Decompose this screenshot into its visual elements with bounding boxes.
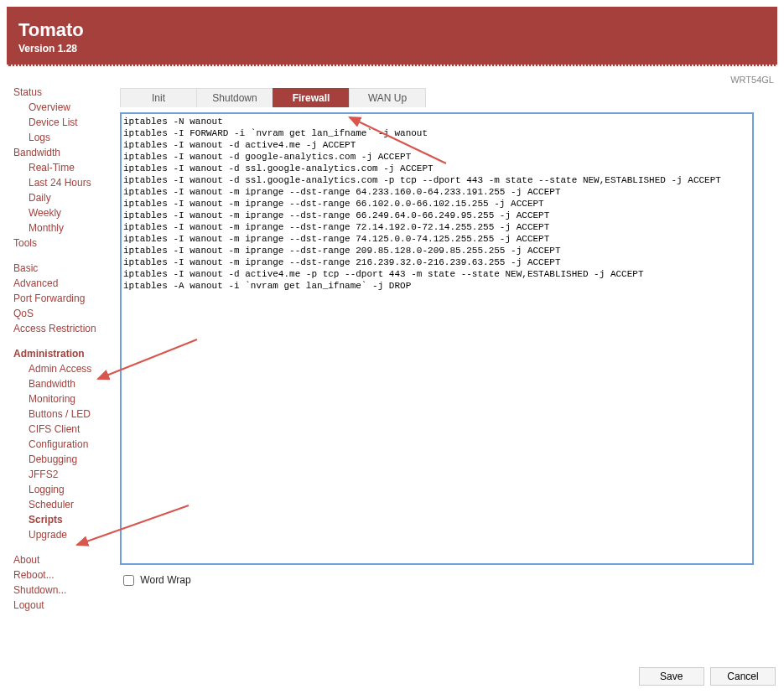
tab-wan-up[interactable]: WAN Up [349,88,426,107]
nav-real-time[interactable]: Real-Time [13,160,117,175]
nav-access-restriction[interactable]: Access Restriction [13,321,117,336]
nav-scripts[interactable]: Scripts [13,512,117,527]
nav-reboot-[interactable]: Reboot... [13,567,117,583]
nav-overview[interactable]: Overview [13,100,117,115]
tab-firewall[interactable]: Firewall [273,88,350,107]
cancel-button[interactable]: Cancel [710,667,776,686]
nav-bandwidth-monitoring[interactable]: Bandwidth Monitoring [13,376,117,407]
nav-shutdown-[interactable]: Shutdown... [13,583,117,598]
nav-buttons-led[interactable]: Buttons / LED [13,407,117,422]
nav-configuration[interactable]: Configuration [13,437,117,452]
tab-shutdown[interactable]: Shutdown [196,88,273,107]
header: Tomato Version 1.28 [7,7,777,66]
nav-monthly[interactable]: Monthly [13,220,117,236]
nav-logging[interactable]: Logging [13,482,117,497]
nav-status[interactable]: Status [13,85,117,100]
nav-port-forwarding[interactable]: Port Forwarding [13,291,117,306]
app-title: Tomato [18,19,766,41]
app-version: Version 1.28 [18,43,766,54]
nav-logout[interactable]: Logout [13,598,117,613]
nav-about[interactable]: About [13,552,117,567]
nav-admin-access[interactable]: Admin Access [13,361,117,376]
footer-buttons: Save Cancel [636,667,776,686]
nav-basic[interactable]: Basic [13,261,117,276]
save-button[interactable]: Save [639,667,704,686]
tab-init[interactable]: Init [120,88,197,107]
nav-qos[interactable]: QoS [13,306,117,321]
nav-cifs-client[interactable]: CIFS Client [13,422,117,437]
nav-bandwidth[interactable]: Bandwidth [13,145,117,160]
script-textarea[interactable] [120,112,754,565]
nav-debugging[interactable]: Debugging [13,452,117,467]
nav-advanced[interactable]: Advanced [13,276,117,291]
wordwrap-label-wrap[interactable]: Word Wrap [120,574,191,586]
wordwrap-checkbox[interactable] [123,575,134,586]
tab-bar: InitShutdownFirewallWAN Up [120,88,777,107]
nav-scheduler[interactable]: Scheduler [13,497,117,512]
model-label: WRT54GL [120,73,777,88]
nav-logs[interactable]: Logs [13,130,117,145]
nav-weekly[interactable]: Weekly [13,205,117,220]
nav-last-24-hours[interactable]: Last 24 Hours [13,175,117,190]
nav-administration[interactable]: Administration [13,346,117,361]
nav-upgrade[interactable]: Upgrade [13,527,117,542]
wordwrap-label: Word Wrap [140,574,190,586]
nav-jffs2[interactable]: JFFS2 [13,467,117,482]
nav-daily[interactable]: Daily [13,190,117,205]
nav-tools[interactable]: Tools [13,236,117,251]
sidebar-nav: StatusOverviewDevice ListLogsBandwidthRe… [7,73,120,613]
nav-device-list[interactable]: Device List [13,115,117,130]
wordwrap-row: Word Wrap [120,572,777,588]
